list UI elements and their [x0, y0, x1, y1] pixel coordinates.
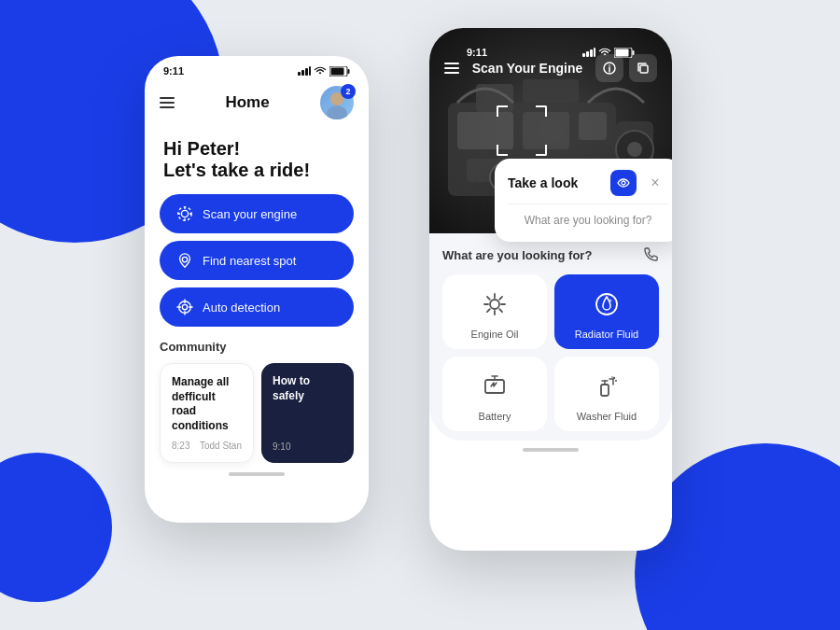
bottom-panel-header: What are you looking for? [442, 246, 659, 263]
card-meta-light: 8:23 Todd Stan [172, 441, 242, 451]
bottom-panel-title: What are you looking for? [442, 248, 592, 262]
svg-point-44 [615, 380, 617, 382]
battery-option-icon [480, 371, 510, 401]
community-label: Community [160, 340, 354, 354]
phone-icon [642, 246, 659, 263]
svg-rect-0 [298, 72, 301, 76]
tooltip-header: Take a look × [508, 170, 668, 196]
card-title-light: Manage all defficult road conditions [172, 375, 242, 433]
scan-corner-bl [497, 145, 508, 156]
greeting-line2: Let's take a ride! [163, 160, 350, 181]
svg-rect-5 [348, 69, 350, 74]
time-left: 9:11 [163, 65, 184, 77]
svg-point-40 [609, 300, 612, 302]
svg-rect-2 [305, 68, 308, 76]
scan-engine-icon [176, 205, 193, 222]
auto-detection-button[interactable]: Auto detection [160, 287, 354, 327]
svg-rect-35 [640, 65, 648, 73]
svg-rect-6 [331, 67, 344, 75]
svg-point-43 [613, 377, 615, 379]
card-time-light: 8:23 [172, 441, 189, 451]
washer-fluid-label: Washer Fluid [577, 411, 637, 422]
home-indicator-right [523, 448, 579, 452]
svg-point-38 [490, 300, 499, 309]
wifi-icon [314, 66, 327, 76]
svg-rect-42 [601, 385, 609, 396]
radiator-fluid-label: Radiator Fluid [575, 329, 638, 340]
notification-badge: 2 [341, 84, 356, 99]
menu-icon-right[interactable] [444, 63, 459, 74]
svg-rect-17 [579, 112, 607, 140]
battery-icon-left [329, 66, 350, 77]
copy-icon [637, 62, 650, 75]
phone-right: 9:11 [429, 28, 672, 551]
greeting-line1: Hi Peter! [163, 138, 350, 160]
svg-rect-3 [309, 66, 311, 76]
nav-icons-right [595, 54, 657, 82]
card-author: Todd Stan [200, 441, 242, 451]
option-radiator-fluid[interactable]: Radiator Fluid [554, 274, 659, 349]
community-section: Community Manage all defficult road cond… [145, 327, 369, 463]
gear-icon [480, 289, 510, 319]
home-indicator-left [229, 472, 285, 476]
phone-left: 9:11 Home [145, 56, 369, 523]
status-icons-left [298, 66, 350, 77]
avatar[interactable]: 2 [320, 86, 354, 119]
svg-point-34 [609, 64, 610, 66]
svg-rect-1 [301, 70, 304, 76]
scan-corner-tl [497, 105, 508, 117]
scan-corner-br [536, 145, 547, 156]
svg-point-8 [327, 105, 347, 119]
community-cards: Manage all defficult road conditions 8:2… [160, 363, 354, 463]
svg-point-11 [182, 257, 187, 261]
tooltip-divider [508, 203, 668, 204]
copy-button[interactable] [629, 54, 657, 82]
spray-icon [592, 371, 622, 401]
top-bar-left: Home 2 [145, 80, 369, 129]
top-nav-right: Scan Your Engine [429, 54, 672, 90]
community-card-dark[interactable]: How to safely 9:10 [261, 363, 354, 463]
card-time-dark: 9:10 [273, 441, 343, 452]
menu-icon[interactable] [160, 97, 175, 108]
svg-point-25 [627, 142, 642, 157]
scan-engine-button[interactable]: Scan your engine [160, 194, 354, 233]
drop-icon [592, 289, 622, 319]
take-look-tooltip: Take a look × What are you looking for? [495, 159, 672, 242]
find-nearest-button[interactable]: Find nearest spot [160, 241, 354, 280]
battery-icon-wrapper [478, 370, 511, 403]
scan-corner-tr [536, 105, 547, 117]
option-washer-fluid[interactable]: Washer Fluid [554, 357, 659, 431]
status-bar-left: 9:11 [145, 56, 369, 80]
battery-label: Battery [479, 411, 511, 422]
action-buttons: Scan your engine Find nearest spot Auto … [145, 194, 369, 327]
tooltip-eye-button[interactable] [610, 170, 637, 196]
eye-icon [617, 178, 630, 188]
washer-fluid-icon-wrapper [590, 370, 623, 403]
greeting-section: Hi Peter! Let's take a ride! [145, 129, 369, 194]
target-icon [176, 299, 193, 315]
tooltip-title: Take a look [508, 175, 578, 190]
location-icon [176, 252, 193, 269]
info-icon [603, 62, 616, 75]
scan-box [497, 105, 547, 156]
bg-blob-bottom-left [0, 453, 112, 602]
option-battery[interactable]: Battery [442, 357, 547, 431]
svg-point-45 [611, 376, 613, 378]
engine-oil-icon-wrapper [478, 287, 511, 321]
page-title-left: Home [225, 93, 269, 112]
svg-point-37 [622, 181, 625, 185]
scan-title: Scan Your Engine [472, 61, 583, 76]
tooltip-actions: × [610, 170, 668, 196]
community-card-light[interactable]: Manage all defficult road conditions 8:2… [160, 363, 254, 463]
bottom-panel: What are you looking for? Engine Oil [429, 233, 672, 441]
option-engine-oil[interactable]: Engine Oil [442, 274, 547, 349]
tooltip-question: What are you looking for? [508, 210, 668, 231]
info-button[interactable] [595, 54, 623, 82]
card-title-dark: How to safely [273, 374, 343, 403]
engine-oil-label: Engine Oil [471, 329, 519, 340]
svg-point-13 [182, 304, 187, 309]
svg-rect-41 [485, 380, 504, 393]
tooltip-close-button[interactable]: × [642, 170, 668, 196]
options-grid: Engine Oil Radiator Fluid [442, 274, 659, 431]
svg-point-9 [181, 210, 188, 217]
